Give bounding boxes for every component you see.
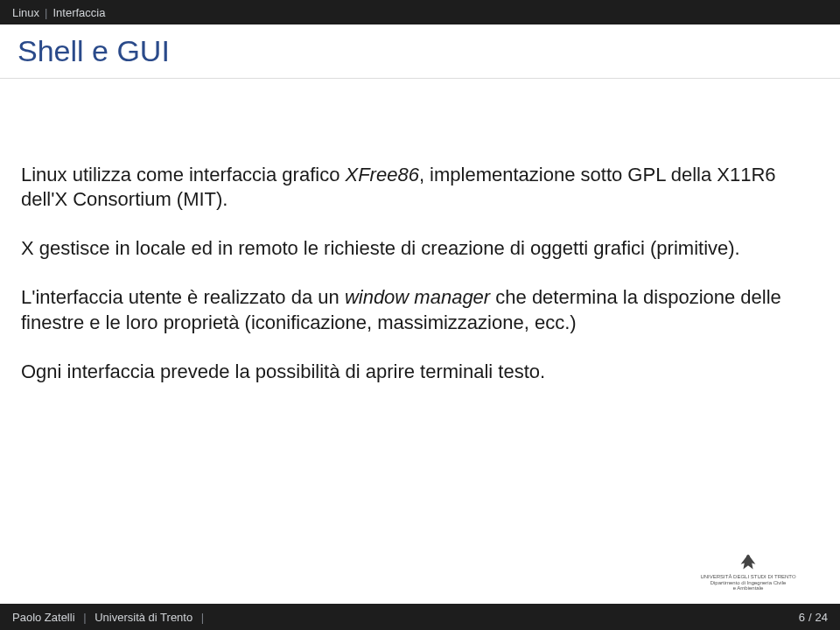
breadcrumb: Linux | Interfaccia bbox=[0, 0, 840, 24]
paragraph-3: L'interfaccia utente è realizzato da un … bbox=[21, 285, 819, 334]
footer-separator: | bbox=[83, 611, 86, 624]
slide-body: Linux utilizza come interfaccia grafico … bbox=[0, 79, 840, 384]
logo-line-3: e Ambientale bbox=[733, 585, 764, 592]
page-title: Shell e GUI bbox=[18, 34, 170, 68]
logo-line-2: Dipartimento di Ingegneria Civile bbox=[710, 580, 787, 586]
eagle-icon bbox=[736, 551, 760, 572]
page-counter: 6 / 24 bbox=[799, 611, 828, 624]
paragraph-4: Ogni interfaccia prevede la possibilità … bbox=[21, 360, 819, 384]
logo-line-1: UNIVERSITÀ DEGLI STUDI DI TRENTO bbox=[700, 574, 795, 580]
text-run: Linux utilizza come interfaccia grafico bbox=[21, 164, 346, 186]
breadcrumb-separator: | bbox=[45, 6, 47, 19]
page-total: 24 bbox=[816, 611, 828, 624]
text-run: L'interfaccia utente è realizzato da un bbox=[21, 286, 345, 308]
breadcrumb-level-1: Linux bbox=[12, 6, 39, 19]
title-bar: Shell e GUI bbox=[0, 24, 840, 79]
footer-separator: | bbox=[201, 611, 204, 624]
footer-affiliation: Università di Trento bbox=[94, 611, 192, 624]
breadcrumb-level-2: Interfaccia bbox=[52, 6, 105, 19]
footer-left: Paolo Zatelli | Università di Trento | bbox=[12, 611, 209, 624]
page-separator: / bbox=[808, 611, 812, 624]
italic-term: XFree86 bbox=[346, 164, 419, 186]
footer-bar: Paolo Zatelli | Università di Trento | 6… bbox=[0, 604, 840, 630]
paragraph-1: Linux utilizza come interfaccia grafico … bbox=[21, 163, 819, 212]
footer-author: Paolo Zatelli bbox=[12, 611, 75, 624]
paragraph-2: X gestisce in locale ed in remoto le ric… bbox=[21, 236, 819, 261]
svg-point-0 bbox=[746, 556, 750, 559]
department-logo: UNIVERSITÀ DEGLI STUDI DI TRENTO Diparti… bbox=[682, 542, 814, 592]
italic-term: window manager bbox=[345, 286, 490, 308]
page-current: 6 bbox=[799, 611, 805, 624]
